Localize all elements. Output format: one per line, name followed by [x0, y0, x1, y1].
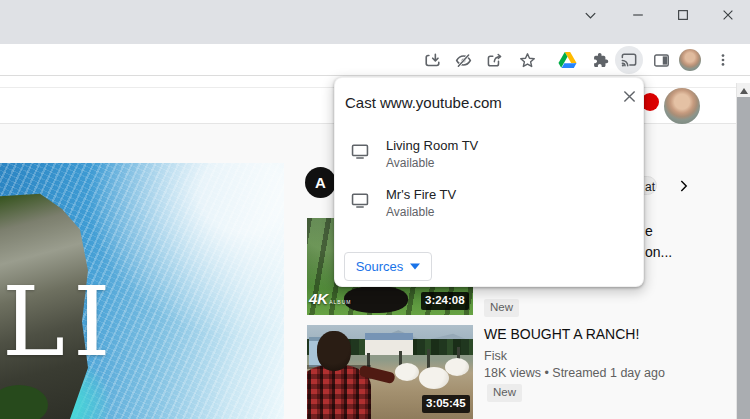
- google-drive-icon[interactable]: [557, 50, 577, 70]
- profile-avatar[interactable]: [679, 49, 701, 71]
- window-maximize-icon[interactable]: [670, 5, 696, 25]
- video1-duration: 3:24:08: [421, 292, 469, 310]
- watermark-album: ALBUM: [329, 299, 351, 305]
- video2-title[interactable]: WE BOUGHT A RANCH!: [484, 326, 724, 342]
- bookmark-star-icon[interactable]: [517, 50, 537, 70]
- cast-dialog: Cast www.youtube.com Living Room TV Avai…: [334, 77, 644, 287]
- side-panel-icon[interactable]: [651, 50, 671, 70]
- sources-button[interactable]: Sources: [344, 252, 432, 281]
- sources-caret-down-icon: [410, 263, 420, 270]
- device-name: Living Room TV: [386, 138, 478, 153]
- hero-thumbnail[interactable]: LI: [0, 163, 284, 419]
- sheep-art: [419, 367, 449, 389]
- category-chip-label: at: [645, 180, 655, 194]
- video1-watermark: 4K ALBUM: [309, 291, 351, 306]
- hero-caption-text: LI: [2, 275, 119, 370]
- scrollbar-up-arrow[interactable]: [740, 88, 748, 94]
- youtube-account-avatar[interactable]: [664, 88, 700, 124]
- video2-man-hair-art: [317, 331, 351, 371]
- sheep-art: [445, 358, 469, 376]
- device-status: Available: [386, 205, 434, 219]
- titlebar: [0, 0, 750, 44]
- video1-title-fragment-2[interactable]: on...: [645, 245, 672, 259]
- cast-dialog-title: Cast www.youtube.com: [345, 94, 502, 111]
- browser-toolbar: [0, 44, 750, 76]
- cast-device-row-living-room-tv[interactable]: Living Room TV Available: [335, 138, 645, 182]
- cast-device-row-mrs-fire-tv[interactable]: Mr's Fire TV Available: [335, 187, 645, 231]
- video2-meta: 18K views • Streamed 1 day ago: [484, 366, 665, 380]
- close-icon[interactable]: [619, 86, 639, 106]
- visibility-off-icon[interactable]: [453, 50, 473, 70]
- share-icon[interactable]: [484, 50, 504, 70]
- video2-house-art: [365, 333, 413, 355]
- scrollbar-thumb[interactable]: [737, 97, 750, 419]
- channel-avatar[interactable]: A: [305, 167, 336, 198]
- window-minimize-icon[interactable]: [625, 5, 651, 25]
- display-icon: [350, 142, 370, 160]
- sources-button-label: Sources: [356, 259, 404, 274]
- menu-kebab-icon[interactable]: [713, 50, 733, 70]
- video1-new-badge: New: [484, 299, 519, 317]
- video1-cow-art: [344, 286, 408, 313]
- video2-new-badge: New: [487, 384, 522, 402]
- channel-avatar-letter: A: [315, 174, 326, 191]
- download-icon[interactable]: [422, 50, 442, 70]
- window-close-icon[interactable]: [715, 5, 741, 25]
- browser-window: LI at A 4K ALBUM 3:24:08 New e on...: [0, 0, 750, 419]
- display-icon: [350, 191, 370, 209]
- extensions-icon[interactable]: [589, 50, 609, 70]
- cast-icon[interactable]: [619, 50, 639, 70]
- sheep-art: [395, 363, 419, 381]
- video2-duration: 3:05:45: [422, 395, 470, 413]
- device-status: Available: [386, 156, 434, 170]
- device-name: Mr's Fire TV: [386, 187, 456, 202]
- video2-channel[interactable]: Fisk: [484, 349, 507, 363]
- window-chevron-down-icon[interactable]: [577, 5, 603, 25]
- video1-title-fragment-1[interactable]: e: [645, 224, 653, 238]
- watermark-4k: 4K: [309, 291, 328, 306]
- chips-scroll-right-icon[interactable]: [676, 178, 692, 194]
